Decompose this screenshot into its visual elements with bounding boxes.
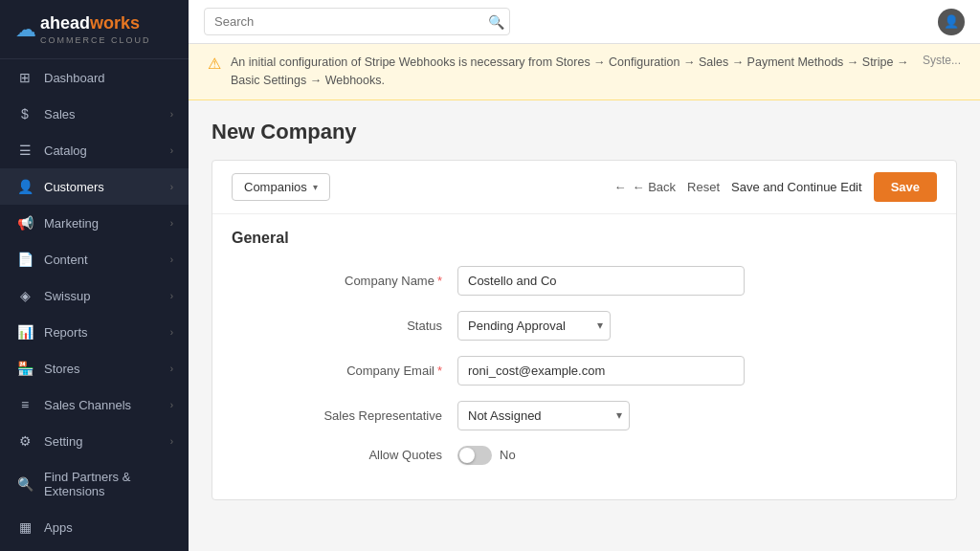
logo: ☁ aheadworks COMMERCE CLOUD [0,0,189,59]
page-content: New Company Companios ▾ ← ← Back Reset S… [189,100,980,552]
search-input[interactable] [204,8,510,35]
chevron-right-icon: › [170,218,173,229]
main-content: 🔍 👤 ⚠ An initial configuration of Stripe… [189,0,980,551]
company-name-label: Company Name* [251,274,442,288]
sales-rep-label: Sales Representative [251,408,442,423]
status-select[interactable]: Pending Approval Active Inactive [457,311,611,341]
sidebar-item-catalog[interactable]: ☰ Catalog › [0,132,189,168]
form-card: Companios ▾ ← ← Back Reset Save and Cont… [212,160,957,500]
sidebar-item-label: Marketing [44,216,170,231]
sidebar-item-label: Sales [44,107,170,121]
form-row-company-email: Company Email* [251,356,918,386]
back-arrow-icon: ← [614,180,627,194]
apps-icon: ▦ [15,519,34,535]
setting-icon: ⚙ [15,433,34,449]
company-name-input[interactable] [457,266,745,296]
stores-icon: 🏪 [15,361,34,376]
reset-button[interactable]: Reset [687,180,720,194]
save-button[interactable]: Save [874,172,937,202]
chevron-right-icon: › [170,327,173,338]
company-email-label: Company Email* [251,364,442,378]
back-button[interactable]: ← ← Back [614,180,677,194]
sales-rep-select-wrap: Not Assigned [457,401,630,430]
sidebar-item-label: Customers [44,180,170,194]
alert-system-label: Syste... [923,54,961,67]
alert-banner: ⚠ An initial configuration of Stripe Web… [189,44,980,100]
sales-icon: $ [15,106,34,121]
sidebar-item-customers[interactable]: 👤 Customers › [0,168,189,205]
sidebar-item-sales-channels[interactable]: ≡ Sales Channels › [0,386,189,423]
search-button[interactable]: 🔍 [488,14,504,30]
sidebar-item-marketing[interactable]: 📢 Marketing › [0,205,189,241]
chevron-right-icon: › [170,364,173,374]
form-section: Company Name* Status Pending Approval Ac… [212,254,956,499]
status-select-wrap: Pending Approval Active Inactive [457,311,611,341]
form-row-allow-quotes: Allow Quotes No [251,446,918,465]
sidebar-item-label: Stores [44,362,170,376]
toggle-wrap: No [457,446,516,465]
sidebar-item-swissup[interactable]: ◈ Swissup › [0,277,189,314]
warning-icon: ⚠ [208,55,221,73]
allow-quotes-value: No [500,448,516,462]
swissup-icon: ◈ [15,288,34,303]
sidebar-item-content[interactable]: 📄 Content › [0,241,189,277]
sidebar-item-sales[interactable]: $ Sales › [0,96,189,132]
card-toolbar: Companios ▾ ← ← Back Reset Save and Cont… [212,161,956,214]
logo-works: works [90,13,140,33]
sidebar-item-label: Swissup [44,289,170,303]
logo-ahead: ahead [40,13,90,33]
find-partners-icon: 🔍 [15,476,34,492]
chevron-right-icon: › [170,145,173,156]
search-wrap: 🔍 [204,8,510,35]
status-label: Status [251,319,442,333]
chevron-right-icon: › [170,109,173,120]
chevron-right-icon: › [170,182,173,192]
sidebar-item-setting[interactable]: ⚙ Setting › [0,423,189,459]
chevron-right-icon: › [170,436,173,447]
sidebar-item-label: Dashboard [44,71,173,85]
sales-rep-select[interactable]: Not Assigned [457,401,630,430]
sidebar-item-stores[interactable]: 🏪 Stores › [0,350,189,386]
dashboard-icon: ⊞ [15,70,34,85]
reports-icon: 📊 [15,324,34,340]
save-continue-button[interactable]: Save and Continue Edit [731,180,862,194]
logo-cloud-icon: ☁ [15,17,36,42]
sidebar-item-find-partners[interactable]: 🔍 Find Partners & Extensions [0,459,189,509]
allow-quotes-label: Allow Quotes [251,448,442,462]
company-email-input[interactable] [457,356,745,386]
sidebar-item-label: Reports [44,325,170,340]
chevron-right-icon: › [170,400,173,410]
chevron-down-icon: ▾ [313,182,318,192]
alert-message: An initial configuration of Stripe Webho… [231,54,913,90]
section-title-general: General [212,214,956,254]
sidebar-nav: ⊞ Dashboard $ Sales › ☰ Catalog › 👤 Cust… [0,59,189,551]
sidebar-item-label: Setting [44,434,170,449]
form-row-status: Status Pending Approval Active Inactive [251,311,918,341]
toggle-knob [459,448,475,463]
sidebar-item-apps[interactable]: ▦ Apps [0,509,189,545]
chevron-right-icon: › [170,291,173,301]
sidebar: ☁ aheadworks COMMERCE CLOUD ⊞ Dashboard … [0,0,189,551]
content-icon: 📄 [15,252,34,267]
breadcrumb-button[interactable]: Companios ▾ [232,173,330,201]
logo-subtitle: COMMERCE CLOUD [40,35,151,45]
sidebar-item-dashboard[interactable]: ⊞ Dashboard [0,59,189,96]
breadcrumb-label: Companios [244,180,307,194]
allow-quotes-toggle[interactable] [457,446,492,465]
page-title: New Company [212,120,957,144]
sales-channels-icon: ≡ [15,397,34,412]
chevron-right-icon: › [170,254,173,265]
marketing-icon: 📢 [15,215,34,231]
sidebar-item-label: Content [44,253,170,267]
user-avatar[interactable]: 👤 [938,9,965,35]
topbar: 🔍 👤 [189,0,980,44]
back-label: ← Back [633,180,677,194]
sidebar-item-label: Find Partners & Extensions [44,470,173,498]
form-row-company-name: Company Name* [251,266,918,296]
sidebar-item-label: Apps [44,520,173,535]
sidebar-item-label: Catalog [44,143,170,158]
sidebar-item-label: Sales Channels [44,398,170,412]
form-row-sales-rep: Sales Representative Not Assigned [251,401,918,430]
sidebar-item-reports[interactable]: 📊 Reports › [0,314,189,350]
customers-icon: 👤 [15,179,34,194]
